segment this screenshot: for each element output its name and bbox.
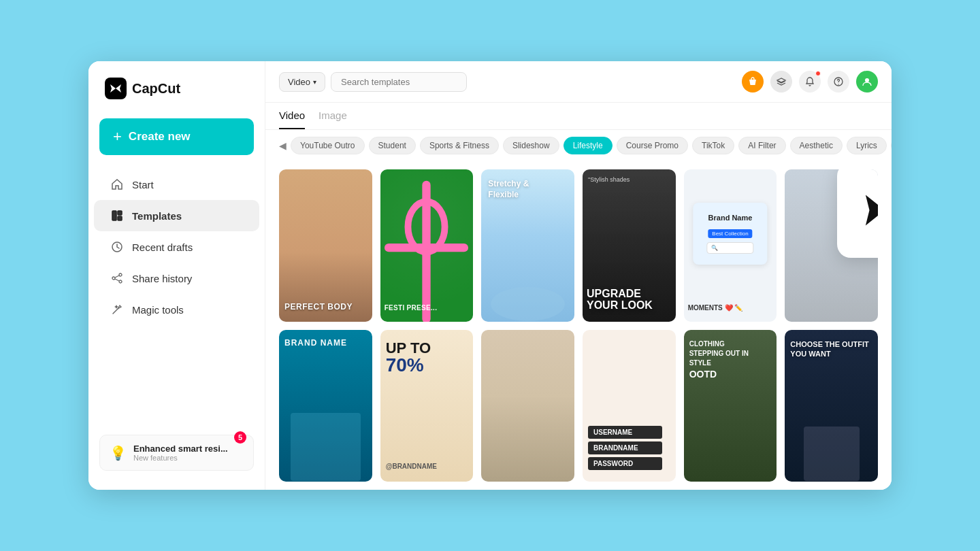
template-card-1[interactable]: PERFECT BODY 0:11 28.5k Collage fixed xyxy=(279,169,372,322)
template-grid: PERFECT BODY 0:11 28.5k Collage fixed xyxy=(265,161,892,490)
template-card-7[interactable]: BRAND NAME xyxy=(279,330,372,482)
chip-youtube-outro[interactable]: YouTube Outro xyxy=(291,137,365,154)
capcut-logo-icon xyxy=(105,78,127,99)
magic-icon xyxy=(110,303,124,316)
create-new-button[interactable]: + Create new xyxy=(99,118,254,155)
share-icon xyxy=(110,271,124,285)
sidebar-label-recent: Recent drafts xyxy=(132,241,193,253)
sidebar: CapCut + Create new Start Templates xyxy=(88,61,265,490)
bell-icon-button[interactable] xyxy=(799,71,821,93)
logo: CapCut xyxy=(88,78,265,118)
chevron-down-icon: ▾ xyxy=(313,78,316,86)
sidebar-item-start[interactable]: Start xyxy=(94,169,259,200)
search-input[interactable] xyxy=(331,72,467,92)
topbar: Video ▾ xyxy=(265,61,892,103)
filter-row: ◀ YouTube Outro Student Sports & Fitness… xyxy=(265,130,892,161)
svg-point-7 xyxy=(119,280,122,283)
tab-image[interactable]: Image xyxy=(318,110,347,129)
svg-rect-2 xyxy=(118,211,122,215)
filter-prev-arrow[interactable]: ◀ xyxy=(279,137,287,154)
template-card-8[interactable]: UP TO70% @BRANDNAME xyxy=(380,330,474,482)
chip-sports[interactable]: Sports & Fitness xyxy=(420,137,499,154)
clock-icon xyxy=(110,240,124,254)
templates-icon xyxy=(110,209,124,222)
sidebar-label-templates: Templates xyxy=(132,210,182,222)
sidebar-label-magic: Magic tools xyxy=(132,304,184,316)
user-avatar-button[interactable] xyxy=(856,71,878,93)
feature-badge: 5 xyxy=(234,431,246,444)
template-card-6[interactable]: 3:11 Olof your xyxy=(785,169,878,322)
sidebar-label-start: Start xyxy=(132,179,154,190)
svg-point-5 xyxy=(119,273,122,276)
template-card-4[interactable]: UPGRADEYOUR LOOK "Stylish shades 3:11 25… xyxy=(583,169,676,322)
sidebar-item-magic[interactable]: Magic tools xyxy=(94,294,259,325)
logo-text: CapCut xyxy=(132,81,180,97)
search-area: Video ▾ xyxy=(279,72,467,92)
template-card-5[interactable]: Brand Name Best Collection 🔍 MOMENTS ❤️ … xyxy=(684,169,777,322)
capcut-floating-logo xyxy=(837,169,878,258)
feature-emoji: 💡 xyxy=(110,445,127,461)
plus-icon: + xyxy=(113,128,122,146)
template-card-11[interactable]: CLOTHINGSTEPPING OUT IN STYLEOOTD 3:11 2… xyxy=(684,330,777,482)
feature-subtitle: New features xyxy=(133,454,228,462)
chip-lyrics[interactable]: Lyrics xyxy=(847,137,887,154)
template-card-10[interactable]: USERNAME BRANDNAME PASSWORD 25.6k xyxy=(583,330,676,482)
sidebar-item-recent[interactable]: Recent drafts xyxy=(94,231,259,263)
home-icon xyxy=(110,178,124,191)
template-card-12[interactable]: CHOOSE THE OUTFIT YOU WANT 3:11 xyxy=(785,330,878,482)
search-dropdown[interactable]: Video ▾ xyxy=(279,72,325,92)
notification-dot xyxy=(815,71,821,76)
tab-video[interactable]: Video xyxy=(279,110,305,129)
topbar-icons xyxy=(742,71,878,93)
chip-lifestyle[interactable]: Lifestyle xyxy=(564,137,612,154)
template-card-3[interactable]: Stretchy &Flexible 3:11 25.6k MAY Dump xyxy=(481,169,574,322)
svg-point-10 xyxy=(865,78,869,82)
svg-point-6 xyxy=(112,277,115,280)
svg-rect-3 xyxy=(118,216,122,220)
sidebar-item-templates[interactable]: Templates xyxy=(94,200,259,231)
app-window: CapCut + Create new Start Templates xyxy=(88,61,892,490)
template-card-9[interactable]: 0:11 25.6k Feeling good trend xyxy=(481,330,574,482)
svg-rect-1 xyxy=(112,211,116,220)
chip-slideshow[interactable]: Slideshow xyxy=(503,137,559,154)
search-dropdown-label: Video xyxy=(288,77,310,87)
layers-icon-button[interactable] xyxy=(770,71,792,93)
bag-icon-button[interactable] xyxy=(742,71,764,93)
feature-card[interactable]: 5 💡 Enhanced smart resi... New features xyxy=(99,435,254,471)
create-new-label: Create new xyxy=(129,130,191,144)
sidebar-bottom: 5 💡 Enhanced smart resi... New features xyxy=(88,427,265,479)
chip-course-promo[interactable]: Course Promo xyxy=(617,137,688,154)
chip-tiktok[interactable]: TikTok xyxy=(692,137,734,154)
chip-aesthetic[interactable]: Aesthetic xyxy=(790,137,843,154)
tabs-row: Video Image xyxy=(265,103,892,130)
main-content: Video ▾ xyxy=(265,61,892,490)
chip-recording[interactable]: Recording xyxy=(891,137,892,154)
sidebar-item-share[interactable]: Share history xyxy=(94,263,259,294)
svg-point-9 xyxy=(838,84,838,84)
help-icon-button[interactable] xyxy=(828,71,849,93)
template-card-2[interactable]: FESTI PRESE... 0:11 25.6k i like your st… xyxy=(380,169,474,322)
sidebar-label-share: Share history xyxy=(132,273,192,284)
chip-ai-filter[interactable]: AI Filter xyxy=(738,137,785,154)
feature-title: Enhanced smart resi... xyxy=(133,444,228,454)
chip-student[interactable]: Student xyxy=(369,137,416,154)
